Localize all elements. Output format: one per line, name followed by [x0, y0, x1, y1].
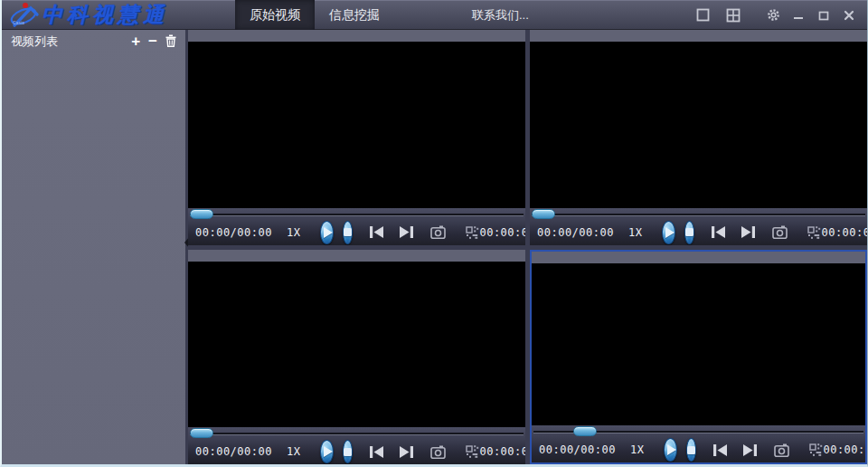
play-triangle-icon	[667, 444, 676, 455]
controls-row: 00:00/00:00 1X 00:00:00	[188, 220, 525, 245]
play-triangle-icon	[324, 446, 333, 457]
tab-info-mining[interactable]: 信息挖掘	[315, 0, 394, 30]
player-controls: 00:00/00:00 1X 00:00:00	[530, 208, 867, 245]
clip-capture-icon	[466, 444, 479, 459]
video-player-panel[interactable]: 00:00/00:00 1X 00:00:00	[530, 30, 867, 245]
next-frame-icon	[399, 225, 414, 239]
delete-trash-icon[interactable]	[165, 34, 176, 49]
stop-button[interactable]	[343, 221, 353, 244]
previous-frame-icon	[369, 225, 384, 239]
play-button[interactable]	[320, 440, 334, 463]
previous-frame-button[interactable]	[711, 225, 726, 239]
titlebar: Casia 中科视慧通 原始视频 信息挖掘 联系我们...	[2, 0, 867, 30]
video-display-area[interactable]	[188, 262, 525, 428]
player-grid: 00:00/00:00 1X 00:00:00 00:00/00:00	[188, 30, 867, 464]
camera-snapshot-icon	[772, 225, 788, 239]
seek-slider[interactable]	[530, 208, 867, 221]
single-view-layout-icon[interactable]	[693, 6, 712, 24]
camera-snapshot-icon	[430, 445, 446, 459]
elapsed-total-time: 00:00/00:00	[537, 226, 614, 239]
video-display-area[interactable]	[532, 263, 865, 426]
next-frame-button[interactable]	[742, 443, 758, 457]
next-frame-icon	[742, 443, 758, 457]
playback-speed: 1X	[628, 226, 642, 239]
panel-top-strip	[530, 30, 867, 42]
previous-frame-button[interactable]	[369, 445, 384, 459]
previous-frame-icon	[712, 443, 728, 457]
logo-mark-icon: Casia	[9, 2, 42, 28]
current-clock-time: 00:00:00	[479, 445, 525, 458]
video-player-panel[interactable]: 00:00/00:00 1X 00:00:00	[188, 30, 525, 245]
minimize-icon[interactable]	[789, 6, 807, 24]
clip-capture-icon	[807, 225, 821, 240]
video-display-area[interactable]	[530, 42, 867, 208]
remove-video-button[interactable]: −	[148, 35, 157, 48]
add-video-button[interactable]: +	[131, 35, 140, 48]
play-triangle-icon	[665, 227, 675, 238]
controls-row: 00:00/00:00 1X 00:00:00	[530, 220, 867, 245]
play-button[interactable]	[662, 221, 675, 244]
video-list-tools: + −	[131, 34, 176, 49]
quad-view-layout-icon[interactable]	[724, 6, 742, 24]
camera-snapshot-icon	[774, 443, 789, 457]
clip-capture-button[interactable]	[809, 443, 823, 457]
next-frame-icon	[741, 225, 756, 239]
previous-frame-button[interactable]	[369, 225, 384, 239]
settings-gear-icon[interactable]	[764, 6, 782, 24]
snapshot-button[interactable]	[772, 225, 788, 239]
current-clock-time: 00:00:00	[479, 226, 525, 239]
clip-capture-button[interactable]	[466, 225, 479, 240]
seek-thumb[interactable]	[573, 426, 597, 436]
tab-original-video[interactable]: 原始视频	[235, 0, 315, 30]
clip-capture-button[interactable]	[466, 444, 479, 459]
video-display-area[interactable]	[188, 42, 525, 208]
video-player-panel[interactable]: 00:00/00:00 1X 00:00:00	[188, 250, 525, 465]
player-controls: 00:00/00:00 1X 00:00:00	[532, 425, 865, 462]
snapshot-button[interactable]	[430, 445, 446, 459]
controls-row: 00:00/00:00 1X 00:00:00	[188, 439, 525, 464]
seek-thumb[interactable]	[190, 209, 213, 219]
video-player-panel-selected[interactable]: 00:00/00:00 1X 00:00:00	[530, 250, 867, 465]
play-button[interactable]	[320, 221, 334, 244]
stop-button[interactable]	[684, 221, 694, 244]
snapshot-button[interactable]	[430, 225, 446, 239]
window-controls	[693, 0, 858, 30]
playback-speed: 1X	[630, 443, 644, 456]
previous-frame-icon	[369, 445, 384, 459]
controls-row: 00:00/00:00 1X 00:00:00	[532, 437, 865, 462]
app-logo: Casia 中科视慧通	[9, 2, 168, 28]
stop-button[interactable]	[686, 438, 696, 462]
panel-top-strip	[532, 252, 865, 263]
contact-us-link[interactable]: 联系我们...	[472, 0, 529, 30]
seek-slider[interactable]	[188, 208, 525, 221]
stop-square-icon	[687, 446, 695, 454]
video-list[interactable]	[2, 53, 185, 464]
seek-slider[interactable]	[532, 425, 865, 438]
video-list-title: 视频列表	[11, 33, 58, 50]
panel-top-strip	[188, 30, 525, 42]
logo-text: 中科视慧通	[42, 1, 168, 29]
stop-button[interactable]	[343, 440, 353, 463]
next-frame-button[interactable]	[399, 225, 414, 239]
next-frame-button[interactable]	[399, 445, 414, 459]
close-icon[interactable]	[840, 6, 858, 24]
seek-track	[190, 433, 524, 434]
clip-capture-icon	[466, 225, 479, 240]
stop-square-icon	[344, 448, 352, 456]
playback-speed: 1X	[287, 226, 300, 239]
previous-frame-button[interactable]	[712, 443, 728, 457]
clip-capture-icon	[809, 443, 823, 457]
maximize-icon[interactable]	[815, 6, 833, 24]
clip-capture-button[interactable]	[807, 225, 821, 240]
playback-speed: 1X	[287, 445, 300, 458]
seek-thumb[interactable]	[532, 209, 555, 219]
play-button[interactable]	[664, 438, 677, 462]
seek-thumb[interactable]	[190, 428, 213, 438]
svg-text:Casia: Casia	[13, 20, 24, 25]
snapshot-button[interactable]	[774, 443, 789, 457]
player-controls: 00:00/00:00 1X 00:00:00	[188, 208, 525, 245]
seek-slider[interactable]	[188, 427, 525, 440]
next-frame-button[interactable]	[741, 225, 756, 239]
video-list-header: 视频列表 + −	[2, 30, 185, 53]
next-frame-icon	[399, 445, 414, 459]
